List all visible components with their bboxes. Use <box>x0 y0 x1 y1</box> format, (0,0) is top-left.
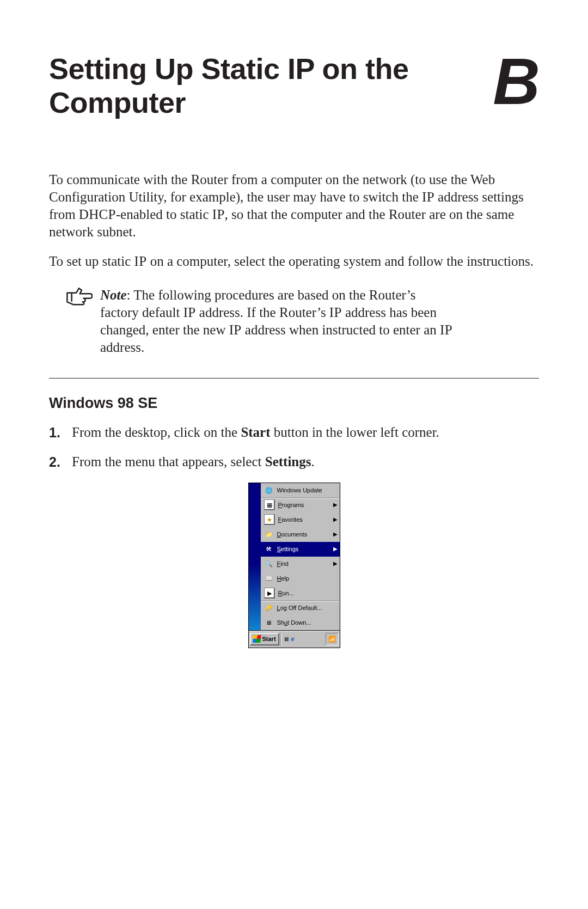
section-divider <box>49 378 539 379</box>
step-2: 2. From the menu that appears, select Se… <box>49 453 539 471</box>
submenu-arrow-icon: ▶ <box>333 546 338 553</box>
settings-icon: 🛠 <box>264 544 274 554</box>
globe-icon: 🌐 <box>264 485 274 495</box>
programs-icon: ▦ <box>264 499 275 510</box>
menu-item-run[interactable]: ▶ Run... <box>261 586 340 601</box>
quick-launch[interactable]: 🖥 e <box>280 633 297 645</box>
menu-item-documents[interactable]: 📁 Documents ▶ <box>261 527 340 542</box>
find-icon: 🔍 <box>264 559 274 569</box>
win98-stripe: Windows98 <box>249 483 261 630</box>
pointing-hand-icon <box>65 286 93 313</box>
system-tray[interactable]: 📶 <box>326 633 339 645</box>
menu-item-shut-down[interactable]: 🖥 Shut Down... <box>261 615 340 630</box>
submenu-arrow-icon: ▶ <box>333 502 338 509</box>
menu-item-programs[interactable]: ▦ Programs ▶ <box>261 498 340 513</box>
submenu-arrow-icon: ▶ <box>333 560 338 568</box>
logoff-icon: 🔑 <box>264 603 274 613</box>
intro-paragraph-2: To set up static IP on a computer, selec… <box>49 253 539 270</box>
windows-flag-icon <box>253 635 261 643</box>
documents-icon: 📁 <box>264 529 274 539</box>
win98-taskbar: Start 🖥 e 📶 <box>248 631 340 648</box>
help-icon: 📖 <box>264 574 274 583</box>
submenu-arrow-icon: ▶ <box>333 531 338 538</box>
desktop-icon[interactable]: 🖥 <box>283 635 289 643</box>
favorites-icon: ★ <box>264 514 275 525</box>
appendix-letter: B <box>493 52 539 111</box>
shutdown-icon: 🖥 <box>264 618 274 627</box>
menu-item-favorites[interactable]: ★ Favorites ▶ <box>261 513 340 527</box>
submenu-arrow-icon: ▶ <box>333 516 338 523</box>
step-1: 1. From the desktop, click on the Start … <box>49 424 539 441</box>
ie-icon[interactable]: e <box>291 635 295 643</box>
note-block: Note: The following procedures are based… <box>65 286 539 356</box>
start-button[interactable]: Start <box>250 633 279 645</box>
menu-item-settings[interactable]: 🛠 Settings ▶ <box>261 542 340 557</box>
intro-paragraph-1: To communicate with the Router from a co… <box>49 171 539 241</box>
menu-item-help[interactable]: 📖 Help <box>261 571 340 586</box>
menu-item-log-off[interactable]: 🔑 Log Off Default... <box>261 601 340 615</box>
section-heading: Windows 98 SE <box>49 394 539 413</box>
menu-item-find[interactable]: 🔍 Find ▶ <box>261 557 340 571</box>
run-icon: ▶ <box>264 588 275 599</box>
page-title: Setting Up Static IP on the Computer <box>49 52 476 119</box>
tray-icon: 📶 <box>328 635 336 643</box>
menu-item-windows-update[interactable]: 🌐 Windows Update <box>261 483 340 498</box>
win98-start-menu: Windows98 🌐 Windows Update ▦ Programs ▶ … <box>248 483 340 648</box>
